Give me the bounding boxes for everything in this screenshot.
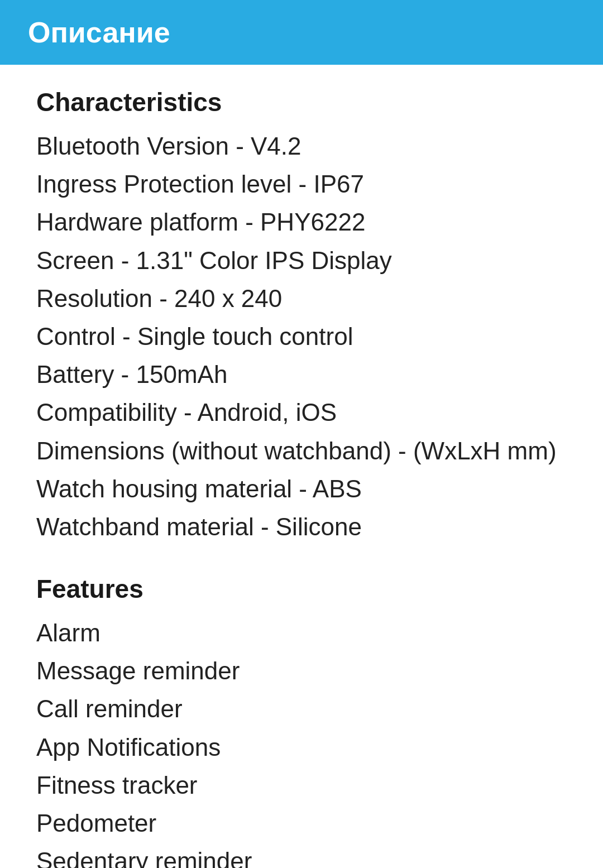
list-item: Dimensions (without watchband) - (WxLxH … (36, 432, 567, 470)
list-item: Pedometer (36, 804, 567, 842)
list-item: Message reminder (36, 652, 567, 690)
list-item: Battery - 150mAh (36, 356, 567, 394)
list-item: Screen - 1.31" Color IPS Display (36, 242, 567, 280)
list-item: Resolution - 240 x 240 (36, 280, 567, 318)
list-item: Alarm (36, 614, 567, 652)
list-item: Call reminder (36, 690, 567, 728)
characteristics-list: Bluetooth Version - V4.2 Ingress Protect… (36, 127, 567, 546)
features-title: Features (36, 574, 567, 604)
list-item: Control - Single touch control (36, 318, 567, 356)
characteristics-title: Characteristics (36, 87, 567, 117)
main-content: Characteristics Bluetooth Version - V4.2… (0, 81, 603, 868)
list-item: Watchband material - Silicone (36, 508, 567, 546)
page-title: Описание (28, 16, 575, 49)
features-list: Alarm Message reminder Call reminder App… (36, 614, 567, 868)
header-banner: Описание (0, 0, 603, 65)
list-item: Fitness tracker (36, 766, 567, 804)
list-item: Hardware platform - PHY6222 (36, 203, 567, 241)
list-item: Watch housing material - ABS (36, 470, 567, 508)
list-item: Compatibility - Android, iOS (36, 394, 567, 431)
list-item: App Notifications (36, 728, 567, 766)
features-section: Features Alarm Message reminder Call rem… (36, 574, 567, 868)
list-item: Ingress Protection level - IP67 (36, 165, 567, 203)
list-item: Sedentary reminder (36, 842, 567, 868)
list-item: Bluetooth Version - V4.2 (36, 127, 567, 165)
characteristics-section: Characteristics Bluetooth Version - V4.2… (36, 87, 567, 546)
